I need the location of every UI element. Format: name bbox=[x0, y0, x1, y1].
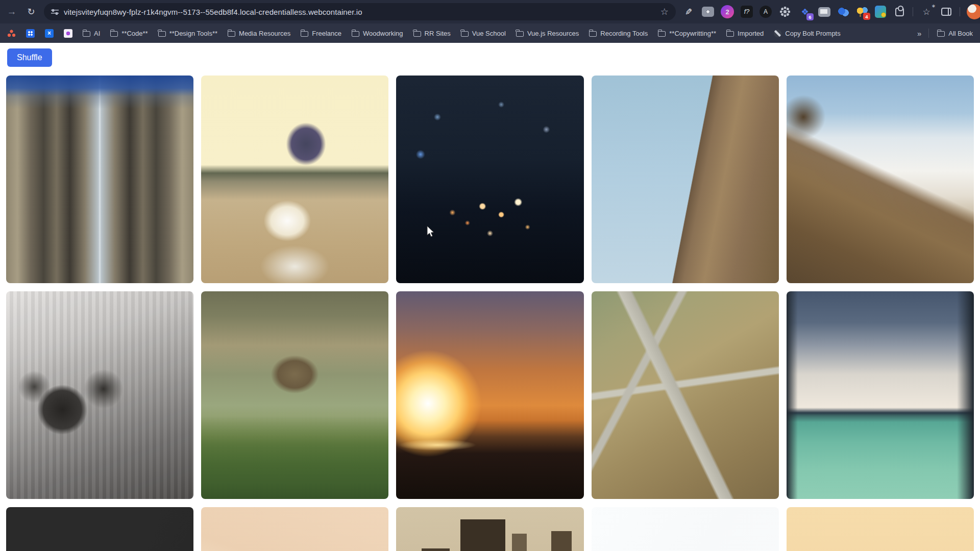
reading-list-star-icon[interactable]: ☆ bbox=[920, 5, 933, 18]
side-panel-icon[interactable] bbox=[941, 8, 951, 16]
bookmark-folder-vue-school[interactable]: Vue School bbox=[461, 30, 506, 37]
bookmarks-overflow-chevron[interactable]: » bbox=[917, 29, 920, 38]
photo-desert-peak bbox=[787, 507, 974, 551]
bookmark-label: AI bbox=[94, 30, 100, 37]
blue-tag-extension-icon[interactable] bbox=[837, 6, 849, 18]
bookmark-label: **Copywritting** bbox=[669, 30, 716, 37]
blue-grid-favicon-bookmark[interactable] bbox=[26, 29, 35, 38]
a-circle-extension-icon[interactable]: A bbox=[760, 6, 772, 18]
bookmark-label: RR Sites bbox=[425, 30, 451, 37]
bookmark-label: Imported bbox=[738, 30, 764, 37]
bookmark-label: Vue.js Resources bbox=[527, 30, 579, 37]
photo-sunset-beach bbox=[396, 291, 583, 499]
folder-icon bbox=[110, 31, 118, 37]
folder-icon bbox=[158, 31, 166, 37]
photo-grid: 12 bbox=[0, 76, 980, 551]
blue-diamond-extension-icon[interactable]: ❖ 6 bbox=[798, 5, 812, 18]
photo-sea-cliffs bbox=[787, 291, 974, 499]
bookmark-folder-rr-sites[interactable]: RR Sites bbox=[413, 30, 451, 37]
photo-pinecones-bw bbox=[6, 291, 193, 499]
site-info-icon[interactable] bbox=[51, 9, 59, 15]
photo-peach-clouds bbox=[201, 507, 388, 551]
browser-toolbar: → ↻ vitejsviteyfuqn8wy-fplz-r1k4ngvm--51… bbox=[0, 0, 980, 23]
bookmark-folder-recording-tools[interactable]: Recording Tools bbox=[589, 30, 648, 37]
bookmark-label: **Code** bbox=[121, 30, 148, 37]
bookmark-label: Vue School bbox=[472, 30, 506, 37]
bookmark-folder-copywritting[interactable]: **Copywritting** bbox=[658, 30, 716, 37]
folder-icon bbox=[589, 31, 597, 37]
bookmarks-separator bbox=[928, 29, 929, 38]
bookmark-label: Copy Bolt Prompts bbox=[785, 30, 840, 37]
folder-icon bbox=[413, 31, 421, 37]
photo-woman-sunglasses-daisies bbox=[201, 76, 388, 283]
toolbar-separator bbox=[913, 7, 913, 16]
photo-clock-bw: 12 bbox=[6, 507, 193, 551]
bookmark-folder-vuejs-resources[interactable]: Vue.js Resources bbox=[516, 30, 579, 37]
doc-coin-extension-icon[interactable] bbox=[875, 6, 886, 18]
folder-icon bbox=[726, 31, 734, 37]
all-bookmarks-folder[interactable]: All Book bbox=[937, 30, 973, 37]
bookmark-star-icon[interactable]: ☆ bbox=[660, 7, 669, 16]
bookmark-folder-ai[interactable]: AI bbox=[83, 30, 100, 37]
bookmark-folder-freelance[interactable]: Freelance bbox=[301, 30, 341, 37]
extensions-puzzle-icon[interactable] bbox=[895, 8, 904, 16]
bookmark-folder-code[interactable]: **Code** bbox=[110, 30, 148, 37]
folder-icon bbox=[937, 31, 945, 37]
extension-strip: ✎ 2 f? A ❖ 6 4 ☆ bbox=[682, 4, 975, 19]
reload-icon[interactable]: ↻ bbox=[24, 5, 38, 18]
lightbulbs-extension-icon[interactable]: 4 bbox=[856, 6, 868, 18]
bookmark-label: Freelance bbox=[312, 30, 341, 37]
photo-flatiron-building bbox=[592, 76, 779, 283]
extension-badge-4: 4 bbox=[863, 13, 870, 20]
folder-icon bbox=[228, 31, 235, 37]
bookmarks-right-cluster: » All Book bbox=[917, 29, 973, 38]
url-text[interactable]: vitejsviteyfuqn8wy-fplz-r1k4ngvm--5173--… bbox=[64, 8, 655, 16]
folder-icon bbox=[301, 31, 308, 37]
screenshot-extension-icon[interactable] bbox=[818, 7, 830, 17]
bookmark-label: Recording Tools bbox=[600, 30, 648, 37]
f-question-extension-icon[interactable]: f? bbox=[741, 6, 753, 18]
bookmark-label: All Book bbox=[948, 30, 973, 37]
globe-icon bbox=[774, 30, 781, 37]
bookmark-folder-design-tools[interactable]: **Design Tools** bbox=[158, 30, 217, 37]
profile-avatar[interactable] bbox=[967, 4, 980, 19]
folder-icon bbox=[461, 31, 469, 37]
purple-favicon-bookmark[interactable] bbox=[64, 29, 72, 38]
forward-icon[interactable]: → bbox=[5, 5, 18, 18]
numeral-2-extension-icon[interactable]: 2 bbox=[721, 5, 734, 18]
bookmark-label: Media Resources bbox=[239, 30, 290, 37]
photo-mountain-above-clouds bbox=[787, 76, 974, 283]
butterfly-favicon-bookmark[interactable]: × bbox=[45, 29, 54, 38]
page-content: Shuffle 12 bbox=[0, 43, 980, 551]
extension-badge-6: 6 bbox=[806, 13, 814, 20]
photo-bright-white bbox=[592, 507, 779, 551]
address-bar[interactable]: vitejsviteyfuqn8wy-fplz-r1k4ngvm--5173--… bbox=[44, 3, 676, 20]
photo-frames-wall bbox=[396, 507, 583, 551]
photo-aerial-highway bbox=[592, 291, 779, 499]
toolbar-separator bbox=[960, 7, 960, 16]
bookmark-label: **Design Tools** bbox=[169, 30, 217, 37]
camera-extension-icon[interactable] bbox=[702, 7, 714, 17]
eyedropper-extension-icon[interactable]: ✎ bbox=[682, 5, 695, 18]
bookmark-label: Woodworking bbox=[363, 30, 403, 37]
bookmark-folder-media-resources[interactable]: Media Resources bbox=[228, 30, 290, 37]
asana-favicon-bookmark[interactable] bbox=[7, 29, 16, 38]
shuffle-button[interactable]: Shuffle bbox=[7, 48, 52, 67]
photo-city-night-bokeh bbox=[396, 76, 583, 283]
photo-railway-tracks bbox=[6, 76, 193, 283]
folder-icon bbox=[352, 31, 359, 37]
folder-icon bbox=[516, 31, 524, 37]
folder-icon bbox=[658, 31, 666, 37]
folder-icon bbox=[83, 31, 90, 37]
mouse-cursor bbox=[427, 226, 435, 238]
photo-wooden-dock bbox=[201, 291, 388, 499]
bookmark-folder-imported[interactable]: Imported bbox=[726, 30, 764, 37]
bookmark-folder-woodworking[interactable]: Woodworking bbox=[352, 30, 403, 37]
flower-grid-extension-icon[interactable] bbox=[779, 6, 791, 17]
bookmarks-bar: × AI **Code** **Design Tools** Media Res… bbox=[0, 23, 980, 43]
bookmark-copy-bolt-prompts[interactable]: Copy Bolt Prompts bbox=[774, 30, 840, 37]
